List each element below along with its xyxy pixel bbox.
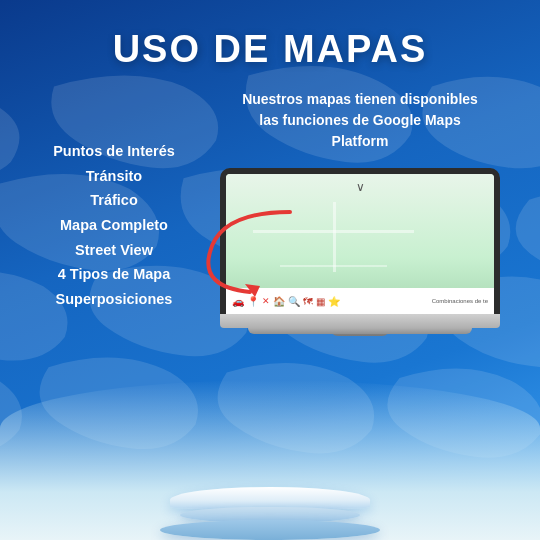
feature-item-5: Street View: [75, 238, 153, 263]
feature-item-6: 4 Tipos de Mapa: [58, 262, 171, 287]
desc-line2: las funciones de Google Maps: [259, 112, 460, 128]
red-arrow: [190, 202, 310, 306]
pedestal-bottom: [160, 520, 380, 540]
toolbar-label: Combinaciones de te: [432, 298, 488, 304]
laptop-wrapper: ∨ 🚗 📍 ✕ 🏠 🔍 🗺: [220, 168, 500, 336]
pedestal-top: [170, 487, 370, 509]
desc-line1: Nuestros mapas tienen disponibles: [242, 91, 478, 107]
feature-item-4: Mapa Completo: [60, 213, 168, 238]
page-container: USO DE MAPAS Puntos de Interés Tránsito …: [0, 0, 540, 540]
feature-item-7: Superposiciones: [56, 287, 173, 312]
page-title: USO DE MAPAS: [113, 28, 428, 71]
main-content: Puntos de Interés Tránsito Tráfico Mapa …: [0, 71, 540, 540]
feature-item-1: Puntos de Interés: [53, 139, 175, 164]
desc-line3: Platform: [332, 133, 389, 149]
pedestal: [160, 487, 380, 540]
description-text: Nuestros mapas tienen disponibles las fu…: [232, 89, 488, 152]
map-road-vertical: [333, 202, 336, 272]
right-side: Nuestros mapas tienen disponibles las fu…: [204, 89, 516, 336]
map-chevron-icon: ∨: [356, 180, 365, 194]
features-list: Puntos de Interés Tránsito Tráfico Mapa …: [24, 89, 204, 311]
laptop-base: [220, 314, 500, 328]
feature-item-2: Tránsito: [86, 164, 142, 189]
feature-item-3: Tráfico: [90, 188, 138, 213]
toolbar-star-icon: ⭐: [328, 296, 340, 307]
toolbar-grid-icon: ▦: [316, 296, 325, 307]
